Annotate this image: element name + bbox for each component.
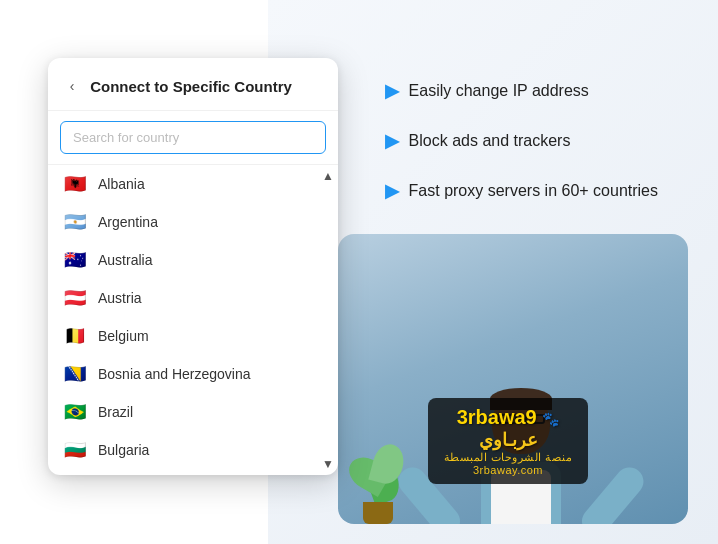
watermark-line2: عربـاوي	[444, 429, 573, 451]
country-flag: 🇧🇦	[62, 365, 88, 383]
country-flag: 🇦🇱	[62, 175, 88, 193]
country-name: Bulgaria	[98, 442, 149, 458]
features-list: ▶ Easily change IP address ▶ Block ads a…	[385, 80, 658, 230]
feature-arrow-1: ▶	[385, 80, 399, 102]
search-container	[48, 111, 338, 165]
plant-pot	[363, 502, 393, 524]
dropdown-title: Connect to Specific Country	[84, 78, 322, 95]
list-item[interactable]: 🇦🇷Argentina	[48, 203, 338, 241]
country-name: Albania	[98, 176, 145, 192]
list-item[interactable]: 🇧🇦Bosnia and Herzegovina	[48, 355, 338, 393]
country-name: Austria	[98, 290, 142, 306]
search-input[interactable]	[60, 121, 326, 154]
feature-item-2: ▶ Block ads and trackers	[385, 130, 658, 152]
watermark-line3: منصة الشروحات المبسطة	[444, 451, 573, 464]
country-flag: 🇦🇷	[62, 213, 88, 231]
country-name: Brazil	[98, 404, 133, 420]
feature-text-1: Easily change IP address	[409, 82, 589, 100]
list-item[interactable]: 🇨🇦Canada	[48, 469, 338, 475]
feature-text-3: Fast proxy servers in 60+ countries	[409, 182, 658, 200]
list-item[interactable]: 🇧🇷Brazil	[48, 393, 338, 431]
watermark-box: 3rbawa9 🐾 عربـاوي منصة الشروحات المبسطة …	[428, 398, 589, 484]
country-flag: 🇦🇺	[62, 251, 88, 269]
country-name: Australia	[98, 252, 152, 268]
country-flag: 🇧🇪	[62, 327, 88, 345]
country-name: Belgium	[98, 328, 149, 344]
feature-item-3: ▶ Fast proxy servers in 60+ countries	[385, 180, 658, 202]
country-flag: 🇧🇷	[62, 403, 88, 421]
feature-item-1: ▶ Easily change IP address	[385, 80, 658, 102]
feature-arrow-3: ▶	[385, 180, 399, 202]
country-flag: 🇧🇬	[62, 441, 88, 459]
country-name: Bosnia and Herzegovina	[98, 366, 251, 382]
watermark-line4: 3rbaway.com	[444, 464, 573, 476]
country-list[interactable]: 🇦🇱Albania🇦🇷Argentina🇦🇺Australia🇦🇹Austria…	[48, 165, 338, 475]
list-item[interactable]: 🇧🇪Belgium	[48, 317, 338, 355]
feature-text-2: Block ads and trackers	[409, 132, 571, 150]
list-item[interactable]: 🇧🇬Bulgaria	[48, 431, 338, 469]
dropdown-card: ‹ Connect to Specific Country ▲ 🇦🇱Albani…	[48, 58, 338, 475]
watermark: 3rbawa9 🐾 عربـاوي منصة الشروحات المبسطة …	[328, 398, 688, 484]
list-item[interactable]: 🇦🇱Albania	[48, 165, 338, 203]
scroll-wrapper: ▲ 🇦🇱Albania🇦🇷Argentina🇦🇺Australia🇦🇹Austr…	[48, 165, 338, 475]
page-wrapper: ▶ Easily change IP address ▶ Block ads a…	[0, 0, 718, 544]
scroll-up-indicator[interactable]: ▲	[322, 169, 334, 183]
list-item[interactable]: 🇦🇹Austria	[48, 279, 338, 317]
scroll-down-indicator[interactable]: ▼	[322, 457, 334, 471]
country-name: Argentina	[98, 214, 158, 230]
feature-arrow-2: ▶	[385, 130, 399, 152]
back-button[interactable]: ‹	[60, 74, 84, 98]
country-flag: 🇦🇹	[62, 289, 88, 307]
watermark-line1: 3rbawa9 🐾	[444, 406, 573, 429]
list-item[interactable]: 🇦🇺Australia	[48, 241, 338, 279]
dropdown-header: ‹ Connect to Specific Country	[48, 58, 338, 111]
